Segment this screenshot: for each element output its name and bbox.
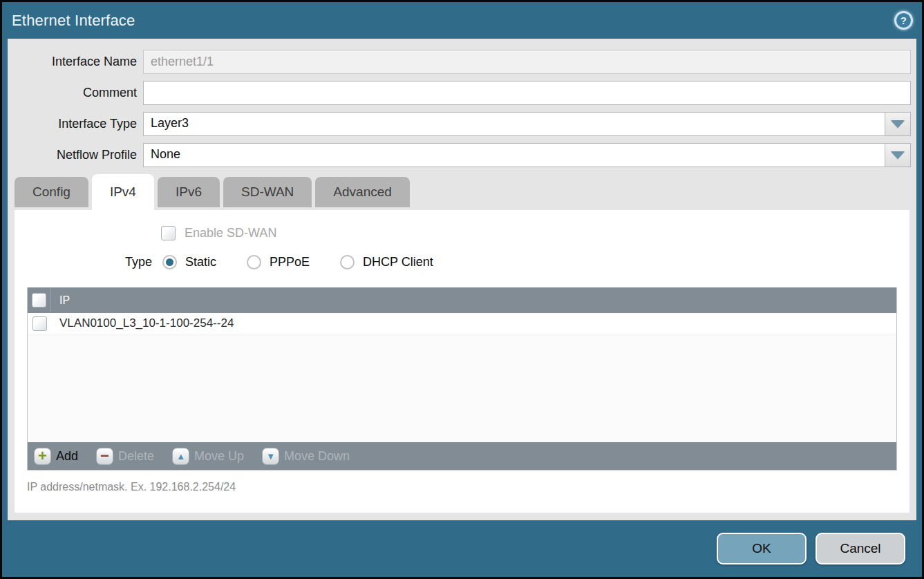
netflow-profile-label: Netflow Profile <box>8 148 143 162</box>
comment-label: Comment <box>8 86 143 100</box>
cancel-button[interactable]: Cancel <box>815 533 905 564</box>
ok-button[interactable]: OK <box>717 533 807 564</box>
ip-cell[interactable]: VLAN0100_L3_10-1-100-254--24 <box>51 316 234 330</box>
move-down-button-label: Move Down <box>284 449 350 464</box>
help-icon[interactable]: ? <box>894 11 913 30</box>
type-radio-group: Static PPPoE DHCP Client <box>162 255 464 269</box>
form-row-interface-type: Interface Type Layer3 <box>8 112 916 136</box>
ip-table-header: IP <box>28 287 896 313</box>
select-all-checkbox[interactable] <box>32 293 46 307</box>
interface-name-label: Interface Name <box>8 55 143 69</box>
chevron-down-icon <box>891 151 905 159</box>
table-empty-area <box>28 334 896 442</box>
add-button-label: Add <box>56 449 78 464</box>
tab-config[interactable]: Config <box>15 177 88 207</box>
row-checkbox[interactable] <box>32 316 47 331</box>
radio-pppoe-label: PPPoE <box>270 255 310 269</box>
dialog-title: Ethernet Interface <box>12 12 135 30</box>
interface-type-dropdown-button[interactable] <box>885 112 911 136</box>
netflow-profile-dropdown-button[interactable] <box>885 143 911 167</box>
netflow-profile-select[interactable]: None <box>143 143 911 167</box>
interface-name-field <box>143 50 911 74</box>
radio-dhcp-client[interactable]: DHCP Client <box>340 255 433 269</box>
move-up-button: ▲ Move Up <box>172 448 244 465</box>
arrow-down-icon: ▼ <box>262 448 279 465</box>
arrow-up-icon: ▲ <box>172 448 189 465</box>
radio-pppoe-circle[interactable] <box>247 255 261 269</box>
plus-icon: + <box>34 448 51 465</box>
form-area: Interface Name Comment Interface Type La… <box>8 39 916 167</box>
ipv4-tab-panel: Enable SD-WAN Type Static PPPoE DHCP C <box>15 210 909 513</box>
interface-type-label: Interface Type <box>8 117 143 131</box>
ip-table: IP VLAN0100_L3_10-1-100-254--24 + Add − <box>27 287 897 471</box>
form-row-netflow-profile: Netflow Profile None <box>8 143 916 167</box>
tab-sdwan[interactable]: SD-WAN <box>223 177 312 207</box>
delete-button-label: Delete <box>118 449 154 464</box>
radio-pppoe[interactable]: PPPoE <box>247 255 310 269</box>
dialog-footer: OK Cancel <box>2 520 922 577</box>
minus-icon: − <box>96 448 113 465</box>
enable-sdwan-checkbox <box>161 226 176 240</box>
tab-advanced[interactable]: Advanced <box>315 177 410 207</box>
move-up-button-label: Move Up <box>194 449 244 464</box>
add-button[interactable]: + Add <box>34 448 78 465</box>
enable-sdwan-row: Enable SD-WAN <box>161 210 909 240</box>
table-row[interactable]: VLAN0100_L3_10-1-100-254--24 <box>28 313 896 334</box>
interface-type-select[interactable]: Layer3 <box>143 112 911 136</box>
tab-ipv6[interactable]: IPv6 <box>158 177 220 207</box>
enable-sdwan-label: Enable SD-WAN <box>185 226 276 240</box>
dialog-body: Interface Name Comment Interface Type La… <box>8 39 916 520</box>
delete-button: − Delete <box>96 448 154 465</box>
ip-format-hint: IP address/netmask. Ex. 192.168.2.254/24 <box>27 481 909 493</box>
comment-field[interactable] <box>143 81 911 105</box>
type-label: Type <box>125 255 152 269</box>
move-down-button: ▼ Move Down <box>262 448 350 465</box>
ethernet-interface-dialog: Ethernet Interface ? Interface Name Comm… <box>0 0 924 579</box>
type-row: Type Static PPPoE DHCP Client <box>125 255 909 269</box>
tab-ipv4[interactable]: IPv4 <box>92 174 154 210</box>
form-row-comment: Comment <box>8 81 916 105</box>
form-row-interface-name: Interface Name <box>8 50 916 74</box>
tab-strip: Config IPv4 IPv6 SD-WAN Advanced <box>8 174 916 210</box>
radio-static[interactable]: Static <box>162 255 216 269</box>
chevron-down-icon <box>891 120 905 128</box>
radio-static-label: Static <box>185 255 216 269</box>
ip-column-header: IP <box>51 294 70 307</box>
dialog-titlebar: Ethernet Interface ? <box>2 2 922 39</box>
radio-dhcp-client-circle[interactable] <box>340 255 355 269</box>
radio-dhcp-client-label: DHCP Client <box>363 255 433 269</box>
radio-static-circle[interactable] <box>162 255 177 269</box>
table-toolbar: + Add − Delete ▲ Move Up ▼ Move Down <box>28 442 896 470</box>
